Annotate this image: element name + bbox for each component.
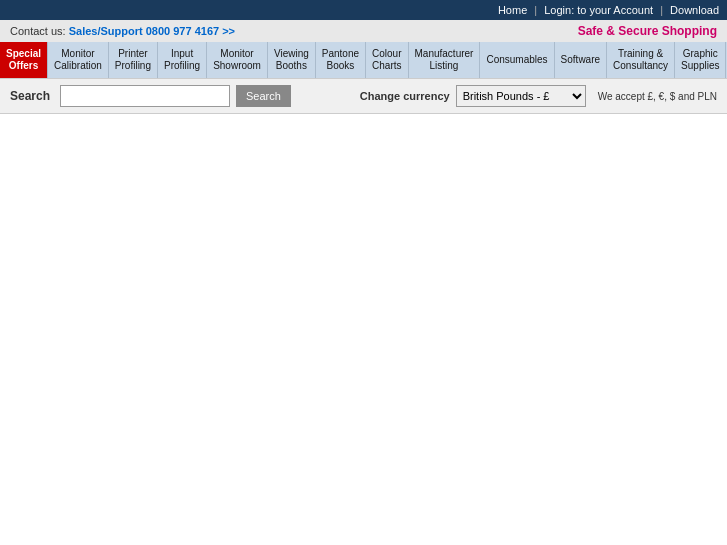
contact-prefix: Contact us:: [10, 25, 66, 37]
search-bar: Search Search Change currency British Po…: [0, 78, 727, 114]
search-button[interactable]: Search: [236, 85, 291, 107]
separator-1: |: [534, 4, 537, 16]
currency-section: Change currency British Pounds - £Euros …: [360, 85, 717, 107]
nav-item-viewing-booths[interactable]: ViewingBooths: [268, 42, 316, 78]
nav-item-training-consultancy[interactable]: Training &Consultancy: [607, 42, 675, 78]
contact-link[interactable]: Sales/Support 0800 977 4167 >>: [69, 25, 235, 37]
currency-select[interactable]: British Pounds - £Euros - €US Dollars - …: [456, 85, 586, 107]
contact-left: Contact us: Sales/Support 0800 977 4167 …: [10, 25, 235, 37]
nav-item-printer-profiling[interactable]: PrinterProfiling: [109, 42, 158, 78]
main-nav: SpecialOffersMonitorCalibrationPrinterPr…: [0, 42, 727, 78]
login-link[interactable]: Login: to your Account: [544, 4, 653, 16]
contact-bar: Contact us: Sales/Support 0800 977 4167 …: [0, 20, 727, 42]
home-link[interactable]: Home: [498, 4, 527, 16]
nav-item-monitor-showroom[interactable]: MonitorShowroom: [207, 42, 268, 78]
search-input[interactable]: [60, 85, 230, 107]
separator-2: |: [660, 4, 663, 16]
secure-label: Safe & Secure Shopping: [578, 24, 717, 38]
download-link[interactable]: Download: [670, 4, 719, 16]
nav-item-graphic-supplies[interactable]: GraphicSupplies: [675, 42, 726, 78]
nav-item-consumables[interactable]: Consumables: [480, 42, 554, 78]
nav-item-software[interactable]: Software: [555, 42, 607, 78]
nav-item-colour-charts[interactable]: ColourCharts: [366, 42, 408, 78]
nav-item-manufacturer-listing[interactable]: ManufacturerListing: [409, 42, 481, 78]
search-label: Search: [10, 89, 50, 103]
accept-text: We accept £, €, $ and PLN: [598, 91, 717, 102]
nav-item-monitor-calibration[interactable]: MonitorCalibration: [48, 42, 109, 78]
top-bar: Home | Login: to your Account | Download: [0, 0, 727, 20]
nav-item-pantone-books[interactable]: PantoneBooks: [316, 42, 366, 78]
nav-item-special-offers[interactable]: SpecialOffers: [0, 42, 48, 78]
main-content: [0, 114, 727, 514]
nav-item-input-profiling[interactable]: InputProfiling: [158, 42, 207, 78]
currency-label: Change currency: [360, 90, 450, 102]
